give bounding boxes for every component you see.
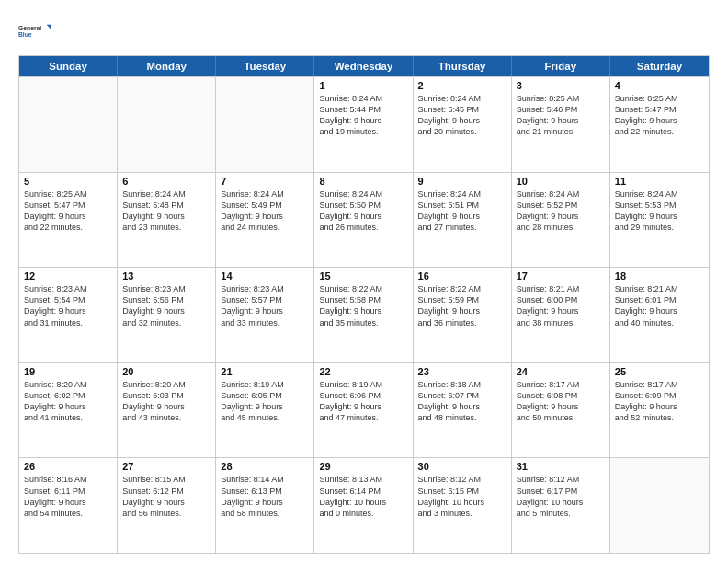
day-number-28: 28: [221, 461, 309, 472]
day-info-21: Sunrise: 8:19 AMSunset: 6:05 PMDaylight:…: [221, 379, 309, 424]
svg-marker-2: [47, 25, 51, 29]
calendar-day-24: 24Sunrise: 8:17 AMSunset: 6:08 PMDayligh…: [512, 363, 610, 458]
day-info-30: Sunrise: 8:12 AMSunset: 6:15 PMDaylight:…: [418, 474, 506, 519]
calendar-day-9: 9Sunrise: 8:24 AMSunset: 5:51 PMDaylight…: [414, 173, 512, 268]
calendar-day-22: 22Sunrise: 8:19 AMSunset: 6:06 PMDayligh…: [314, 363, 413, 458]
svg-text:Blue: Blue: [18, 31, 32, 38]
weekday-header-friday: Friday: [512, 56, 610, 76]
calendar-day-11: 11Sunrise: 8:24 AMSunset: 5:53 PMDayligh…: [610, 173, 709, 268]
day-info-11: Sunrise: 8:24 AMSunset: 5:53 PMDaylight:…: [615, 189, 704, 234]
calendar-day-20: 20Sunrise: 8:20 AMSunset: 6:03 PMDayligh…: [118, 363, 216, 458]
day-number-31: 31: [517, 461, 605, 472]
day-number-12: 12: [24, 270, 112, 282]
day-info-25: Sunrise: 8:17 AMSunset: 6:09 PMDaylight:…: [615, 379, 704, 424]
day-number-18: 18: [615, 270, 704, 282]
calendar-week-4: 19Sunrise: 8:20 AMSunset: 6:02 PMDayligh…: [19, 362, 709, 458]
day-number-17: 17: [517, 270, 605, 282]
calendar-day-10: 10Sunrise: 8:24 AMSunset: 5:52 PMDayligh…: [512, 173, 610, 268]
calendar-day-17: 17Sunrise: 8:21 AMSunset: 6:00 PMDayligh…: [512, 268, 610, 362]
day-info-19: Sunrise: 8:20 AMSunset: 6:02 PMDaylight:…: [24, 379, 112, 424]
day-number-5: 5: [24, 176, 112, 187]
calendar-day-8: 8Sunrise: 8:24 AMSunset: 5:50 PMDaylight…: [314, 173, 413, 268]
day-info-1: Sunrise: 8:24 AMSunset: 5:44 PMDaylight:…: [319, 93, 407, 138]
calendar-day-30: 30Sunrise: 8:12 AMSunset: 6:15 PMDayligh…: [414, 458, 512, 553]
calendar-empty-0-1: [118, 77, 216, 172]
day-number-22: 22: [319, 366, 407, 377]
calendar-day-7: 7Sunrise: 8:24 AMSunset: 5:49 PMDaylight…: [216, 173, 314, 268]
day-info-9: Sunrise: 8:24 AMSunset: 5:51 PMDaylight:…: [418, 189, 506, 234]
day-info-14: Sunrise: 8:23 AMSunset: 5:57 PMDaylight:…: [221, 283, 309, 328]
day-info-28: Sunrise: 8:14 AMSunset: 6:13 PMDaylight:…: [221, 474, 309, 519]
day-number-21: 21: [221, 366, 309, 377]
day-number-11: 11: [615, 176, 704, 187]
day-info-8: Sunrise: 8:24 AMSunset: 5:50 PMDaylight:…: [319, 189, 407, 234]
day-info-17: Sunrise: 8:21 AMSunset: 6:00 PMDaylight:…: [517, 283, 605, 328]
day-number-25: 25: [615, 366, 704, 377]
day-info-27: Sunrise: 8:15 AMSunset: 6:12 PMDaylight:…: [122, 474, 210, 519]
day-info-10: Sunrise: 8:24 AMSunset: 5:52 PMDaylight:…: [517, 189, 605, 234]
day-info-20: Sunrise: 8:20 AMSunset: 6:03 PMDaylight:…: [122, 379, 210, 424]
weekday-header-monday: Monday: [118, 56, 216, 76]
day-info-29: Sunrise: 8:13 AMSunset: 6:14 PMDaylight:…: [319, 474, 407, 519]
day-info-2: Sunrise: 8:24 AMSunset: 5:45 PMDaylight:…: [418, 93, 506, 138]
day-info-18: Sunrise: 8:21 AMSunset: 6:01 PMDaylight:…: [615, 283, 704, 328]
day-number-1: 1: [319, 80, 407, 91]
calendar-empty-0-0: [19, 77, 118, 172]
calendar-day-16: 16Sunrise: 8:22 AMSunset: 5:59 PMDayligh…: [414, 268, 512, 362]
calendar-week-3: 12Sunrise: 8:23 AMSunset: 5:54 PMDayligh…: [19, 267, 709, 362]
day-number-19: 19: [24, 366, 112, 377]
day-number-23: 23: [418, 366, 506, 377]
day-info-15: Sunrise: 8:22 AMSunset: 5:58 PMDaylight:…: [319, 283, 407, 328]
calendar-week-5: 26Sunrise: 8:16 AMSunset: 6:11 PMDayligh…: [19, 457, 709, 553]
day-number-4: 4: [615, 80, 704, 91]
day-info-23: Sunrise: 8:18 AMSunset: 6:07 PMDaylight:…: [418, 379, 506, 424]
day-info-5: Sunrise: 8:25 AMSunset: 5:47 PMDaylight:…: [24, 189, 112, 234]
day-number-24: 24: [517, 366, 605, 377]
calendar-day-4: 4Sunrise: 8:25 AMSunset: 5:47 PMDaylight…: [610, 77, 709, 172]
day-info-24: Sunrise: 8:17 AMSunset: 6:08 PMDaylight:…: [517, 379, 605, 424]
day-info-13: Sunrise: 8:23 AMSunset: 5:56 PMDaylight:…: [122, 283, 210, 328]
calendar-empty-0-2: [216, 77, 314, 172]
calendar-day-6: 6Sunrise: 8:24 AMSunset: 5:48 PMDaylight…: [118, 173, 216, 268]
calendar-day-27: 27Sunrise: 8:15 AMSunset: 6:12 PMDayligh…: [118, 458, 216, 553]
day-number-26: 26: [24, 461, 112, 472]
logo-svg: General Blue: [18, 15, 51, 48]
calendar-day-15: 15Sunrise: 8:22 AMSunset: 5:58 PMDayligh…: [314, 268, 413, 362]
calendar-day-14: 14Sunrise: 8:23 AMSunset: 5:57 PMDayligh…: [216, 268, 314, 362]
day-number-15: 15: [319, 270, 407, 282]
day-number-10: 10: [517, 176, 605, 187]
day-number-2: 2: [418, 80, 506, 91]
calendar-day-19: 19Sunrise: 8:20 AMSunset: 6:02 PMDayligh…: [19, 363, 118, 458]
day-number-20: 20: [122, 366, 210, 377]
calendar-day-5: 5Sunrise: 8:25 AMSunset: 5:47 PMDaylight…: [19, 173, 118, 268]
day-info-12: Sunrise: 8:23 AMSunset: 5:54 PMDaylight:…: [24, 283, 112, 328]
day-number-6: 6: [122, 176, 210, 187]
calendar-day-13: 13Sunrise: 8:23 AMSunset: 5:56 PMDayligh…: [118, 268, 216, 362]
day-info-16: Sunrise: 8:22 AMSunset: 5:59 PMDaylight:…: [418, 283, 506, 328]
calendar-day-12: 12Sunrise: 8:23 AMSunset: 5:54 PMDayligh…: [19, 268, 118, 362]
logo: General Blue: [18, 15, 51, 48]
day-info-6: Sunrise: 8:24 AMSunset: 5:48 PMDaylight:…: [122, 189, 210, 234]
calendar-day-31: 31Sunrise: 8:12 AMSunset: 6:17 PMDayligh…: [512, 458, 610, 553]
calendar-day-21: 21Sunrise: 8:19 AMSunset: 6:05 PMDayligh…: [216, 363, 314, 458]
day-info-4: Sunrise: 8:25 AMSunset: 5:47 PMDaylight:…: [615, 93, 704, 138]
day-number-29: 29: [319, 461, 407, 472]
calendar-day-2: 2Sunrise: 8:24 AMSunset: 5:45 PMDaylight…: [414, 77, 512, 172]
day-number-3: 3: [517, 80, 605, 91]
weekday-header-thursday: Thursday: [414, 56, 512, 76]
day-info-7: Sunrise: 8:24 AMSunset: 5:49 PMDaylight:…: [221, 189, 309, 234]
calendar-header-row: SundayMondayTuesdayWednesdayThursdayFrid…: [19, 56, 709, 76]
day-number-9: 9: [418, 176, 506, 187]
calendar-day-26: 26Sunrise: 8:16 AMSunset: 6:11 PMDayligh…: [19, 458, 118, 553]
calendar-day-18: 18Sunrise: 8:21 AMSunset: 6:01 PMDayligh…: [610, 268, 709, 362]
weekday-header-sunday: Sunday: [19, 56, 118, 76]
day-info-3: Sunrise: 8:25 AMSunset: 5:46 PMDaylight:…: [517, 93, 605, 138]
day-number-30: 30: [418, 461, 506, 472]
day-info-22: Sunrise: 8:19 AMSunset: 6:06 PMDaylight:…: [319, 379, 407, 424]
day-number-27: 27: [122, 461, 210, 472]
day-info-31: Sunrise: 8:12 AMSunset: 6:17 PMDaylight:…: [517, 474, 605, 519]
calendar-empty-4-6: [610, 458, 709, 553]
calendar-day-3: 3Sunrise: 8:25 AMSunset: 5:46 PMDaylight…: [512, 77, 610, 172]
calendar-day-23: 23Sunrise: 8:18 AMSunset: 6:07 PMDayligh…: [414, 363, 512, 458]
calendar-day-1: 1Sunrise: 8:24 AMSunset: 5:44 PMDaylight…: [314, 77, 413, 172]
